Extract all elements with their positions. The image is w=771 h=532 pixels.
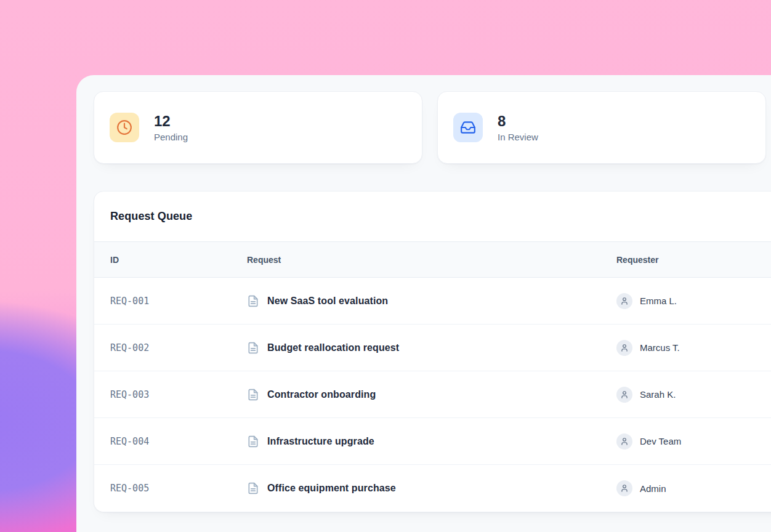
inbox-icon bbox=[453, 113, 483, 142]
request-title: Infrastructure upgrade bbox=[267, 436, 374, 447]
stat-text: 8 In Review bbox=[498, 113, 538, 142]
request-cell: Infrastructure upgrade bbox=[247, 435, 616, 448]
request-id: REQ-001 bbox=[110, 296, 247, 307]
request-cell: Budget reallocation request bbox=[247, 342, 616, 354]
requester-name: Emma L. bbox=[640, 296, 677, 306]
stat-value-pending: 12 bbox=[154, 113, 188, 130]
file-text-icon bbox=[247, 482, 259, 494]
user-avatar-icon bbox=[616, 340, 632, 356]
table-body: REQ-001 New SaaS tool evaluation bbox=[94, 278, 771, 512]
table-row[interactable]: REQ-002 Budget reallocation request bbox=[94, 324, 771, 371]
table-row[interactable]: REQ-004 Infrastructure upgrade bbox=[94, 418, 771, 465]
request-title: Budget reallocation request bbox=[267, 342, 399, 353]
request-cell: Contractor onboarding bbox=[247, 389, 616, 401]
stat-value-in-review: 8 bbox=[498, 113, 538, 130]
requester-name: Sarah K. bbox=[640, 389, 676, 400]
dashboard-panel: 12 Pending 8 In Review Request Queue ID bbox=[76, 75, 771, 532]
requester-cell: Sarah K. bbox=[616, 387, 771, 403]
requester-cell: Emma L. bbox=[616, 293, 771, 309]
requester-cell: Dev Team bbox=[616, 433, 771, 449]
app-background: { "theme": { "bg_gradient_pink": "#ffb5d… bbox=[0, 0, 771, 532]
table-header-row: ID Request Requester bbox=[94, 242, 771, 278]
request-id: REQ-005 bbox=[110, 483, 247, 494]
request-title: Office equipment purchase bbox=[267, 483, 396, 494]
page-title: Request Queue bbox=[110, 210, 192, 223]
requester-name: Admin bbox=[640, 483, 666, 494]
requester-cell: Admin bbox=[616, 480, 771, 496]
table-row[interactable]: REQ-005 Office equipment purchase bbox=[94, 465, 771, 512]
stats-row: 12 Pending 8 In Review bbox=[94, 91, 771, 164]
request-title: New SaaS tool evaluation bbox=[267, 296, 388, 307]
column-header-request: Request bbox=[247, 255, 616, 265]
stat-card-in-review: 8 In Review bbox=[437, 91, 766, 164]
user-avatar-icon bbox=[616, 293, 632, 309]
file-text-icon bbox=[247, 389, 259, 401]
stat-label-pending: Pending bbox=[154, 132, 188, 142]
request-queue-card: Request Queue ID Request Requester REQ-0… bbox=[94, 191, 771, 512]
file-text-icon bbox=[247, 342, 259, 354]
request-id: REQ-003 bbox=[110, 389, 247, 400]
requester-cell: Marcus T. bbox=[616, 340, 771, 356]
clock-icon bbox=[110, 113, 139, 142]
file-text-icon bbox=[247, 295, 259, 307]
user-avatar-icon bbox=[616, 387, 632, 403]
stat-label-in-review: In Review bbox=[498, 132, 538, 142]
request-id: REQ-002 bbox=[110, 342, 247, 353]
user-avatar-icon bbox=[616, 433, 632, 449]
column-header-requester: Requester bbox=[616, 255, 771, 265]
column-header-id: ID bbox=[110, 255, 247, 265]
request-cell: Office equipment purchase bbox=[247, 482, 616, 494]
file-text-icon bbox=[247, 435, 259, 448]
table-row[interactable]: REQ-001 New SaaS tool evaluation bbox=[94, 278, 771, 324]
table-row[interactable]: REQ-003 Contractor onboarding bbox=[94, 371, 771, 418]
table-title-row: Request Queue bbox=[94, 191, 771, 242]
user-avatar-icon bbox=[616, 480, 632, 496]
request-cell: New SaaS tool evaluation bbox=[247, 295, 616, 307]
request-title: Contractor onboarding bbox=[267, 389, 376, 400]
requester-name: Marcus T. bbox=[640, 342, 680, 353]
request-id: REQ-004 bbox=[110, 436, 247, 447]
stat-card-pending: 12 Pending bbox=[94, 91, 422, 164]
requester-name: Dev Team bbox=[640, 436, 681, 446]
stat-text: 12 Pending bbox=[154, 113, 188, 142]
